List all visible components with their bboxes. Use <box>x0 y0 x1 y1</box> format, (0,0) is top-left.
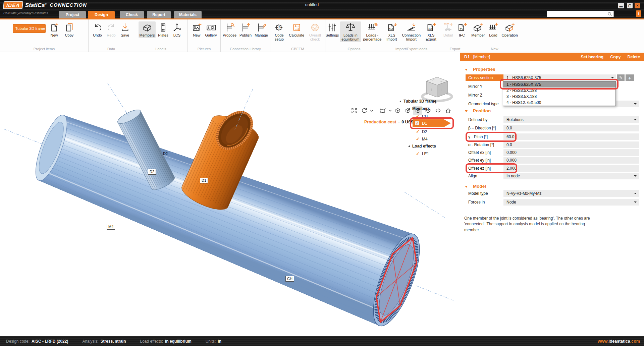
section-collapse-icon[interactable] <box>465 69 468 71</box>
offset-ez-input[interactable]: 2.000 <box>503 165 639 172</box>
chevron-down-icon <box>611 77 614 78</box>
expander-icon[interactable] <box>408 145 410 147</box>
svg-text:IFC: IFC <box>460 27 463 30</box>
search-input[interactable] <box>547 11 614 17</box>
tree-item-m4[interactable]: ✓M4 <box>416 136 428 142</box>
xls-export-button[interactable]: XLS XLS Export <box>422 21 440 42</box>
dropdown-option-1[interactable]: 1 - HSS6.625X.375 <box>503 81 615 88</box>
new-load-button[interactable]: Load <box>487 21 500 38</box>
ifc-export-button[interactable]: IFC IFC <box>455 21 468 38</box>
units-label: Units: <box>206 339 216 344</box>
gamma-pitch-input[interactable]: 60.0 <box>503 133 639 140</box>
propose-button[interactable]: Propose <box>222 21 237 38</box>
design-code-label: Design code: <box>6 339 30 344</box>
plates-labels-button[interactable]: Plates <box>157 21 169 38</box>
tree-item-ch[interactable]: ✓CH <box>416 113 428 119</box>
close-button[interactable]: ✕ <box>635 3 640 8</box>
tab-check[interactable]: Check <box>120 11 144 18</box>
copy-project-button[interactable]: Copy <box>63 21 76 38</box>
check-icon[interactable]: ✓ <box>416 137 420 141</box>
connection-upload-icon <box>240 22 251 33</box>
save-button[interactable]: Save <box>119 21 131 38</box>
dropdown-option-2[interactable]: 2 - HSS3.5X.188 <box>503 88 615 94</box>
ifc-upload-icon: IFC <box>457 22 467 33</box>
website-link[interactable]: www.ideastatica.com <box>598 336 640 346</box>
members-labels-button[interactable]: Members <box>139 21 156 38</box>
tab-design[interactable]: Design <box>88 11 115 18</box>
offset-ex-input[interactable]: 0.000 <box>503 149 639 156</box>
publish-button[interactable]: Publish <box>238 21 253 38</box>
section-collapse-icon[interactable] <box>465 186 468 188</box>
lcs-button[interactable]: LCS <box>170 21 183 38</box>
box-plus-icon <box>473 22 483 33</box>
tree-group-load-effects[interactable]: Load effects <box>408 143 436 149</box>
code-setup-button[interactable]: </> Code setup <box>270 21 288 42</box>
offset-ey-input[interactable]: 0.000 <box>503 157 639 164</box>
member-label-ch: CH <box>285 276 294 282</box>
new-operation-button[interactable]: Operation <box>501 21 519 38</box>
set-bearing-button[interactable]: Set bearing <box>581 55 603 59</box>
alpha-rotation-label: α - Rotation [°] <box>468 141 494 148</box>
new-project-button[interactable]: New <box>48 21 61 38</box>
svg-text:</>: </> <box>277 26 281 29</box>
section-collapse-icon[interactable] <box>465 110 468 112</box>
add-cross-section-button[interactable]: + <box>626 74 634 81</box>
rotate-view-button[interactable] <box>360 106 369 115</box>
new-member-button[interactable]: Member <box>470 21 486 38</box>
gear-code-icon: </> <box>274 22 285 33</box>
delete-member-button[interactable]: Delete <box>627 55 640 59</box>
undo-button[interactable]: Undo <box>91 21 104 38</box>
model-type-select[interactable]: N-Vy-Vz-Mx-My-Mz <box>503 190 639 197</box>
idea-logo: IDEA <box>3 1 23 9</box>
check-icon[interactable]: ✓ <box>416 114 420 118</box>
viewport-3d[interactable]: Production cost - 0 US$ y D2 D2 D1 M4 CH… <box>0 52 456 336</box>
tree-root[interactable]: Tubular 3D frame <box>399 98 436 104</box>
production-cost: Production cost - 0 US$ <box>364 120 413 124</box>
ribbon-group-labels: Members Plates LCS Labels <box>134 19 188 52</box>
dropdown-option-4[interactable]: 4 - HSS12.75X.500 <box>503 100 615 106</box>
forces-in-select[interactable]: Node <box>503 199 639 206</box>
dropdown-option-3[interactable]: 3 - HSS3.5X.188 <box>503 94 615 100</box>
cross-section-select[interactable]: 1 - HSS6.625X.375 <box>503 74 616 81</box>
checkbox-checked-icon[interactable]: ✓ <box>415 121 419 125</box>
info-button[interactable]: i <box>636 10 641 17</box>
minimize-button[interactable]: ▬ <box>618 3 624 8</box>
align-select[interactable]: In node <box>503 173 639 179</box>
toolbar-separator <box>376 107 376 114</box>
section-box-icon <box>379 107 386 114</box>
tab-project[interactable]: Project <box>59 11 86 18</box>
xls-import-button[interactable]: XLS XLS Import <box>383 21 400 42</box>
template-selector[interactable]: Tubular 3D frame <box>13 24 46 33</box>
chevron-down-icon[interactable] <box>370 107 374 114</box>
gallery-button[interactable]: Gallery <box>204 21 218 38</box>
maximize-button[interactable]: ▢ <box>627 3 633 8</box>
loads-percentage-button[interactable]: % Loads - percentage <box>362 21 383 42</box>
tree-item-d1-selected[interactable]: ✓ D1 <box>413 119 451 127</box>
edit-cross-section-button[interactable]: ✎ <box>617 74 625 81</box>
connection-import-button[interactable]: Connection Import <box>401 21 421 42</box>
tree-group-members[interactable]: Members <box>408 106 430 112</box>
check-icon[interactable]: ✓ <box>416 130 420 134</box>
tree-item-le1[interactable]: ✓LE1 <box>416 151 429 157</box>
expander-icon[interactable] <box>399 100 401 102</box>
manage-button[interactable]: Manage <box>254 21 269 38</box>
settings-button[interactable]: Settings <box>325 21 339 38</box>
connection-search-icon <box>224 22 235 33</box>
loads-in-equilibrium-button[interactable]: Loads in equilibrium <box>340 21 361 42</box>
tab-materials[interactable]: Materials <box>174 11 202 18</box>
home-view-button[interactable] <box>443 106 452 115</box>
fit-view-button[interactable] <box>350 106 359 115</box>
calculate-button[interactable]: Calculate <box>289 21 304 38</box>
chevron-down-icon <box>634 175 637 177</box>
tab-report[interactable]: Report <box>147 11 171 18</box>
offset-ez-label: Offset ez [in] <box>468 165 491 172</box>
beta-direction-input[interactable]: 0.0 <box>503 125 639 131</box>
tree-item-d2[interactable]: ✓D2 <box>416 129 427 135</box>
alpha-rotation-input[interactable]: 0.0 <box>503 141 639 148</box>
defined-by-select[interactable]: Rotations <box>503 116 639 123</box>
copy-member-button[interactable]: Copy <box>610 55 621 59</box>
new-picture-button[interactable]: New <box>191 21 203 38</box>
expander-icon[interactable] <box>408 108 410 110</box>
check-icon[interactable]: ✓ <box>416 152 420 156</box>
wireframe-view-button[interactable] <box>393 106 402 115</box>
